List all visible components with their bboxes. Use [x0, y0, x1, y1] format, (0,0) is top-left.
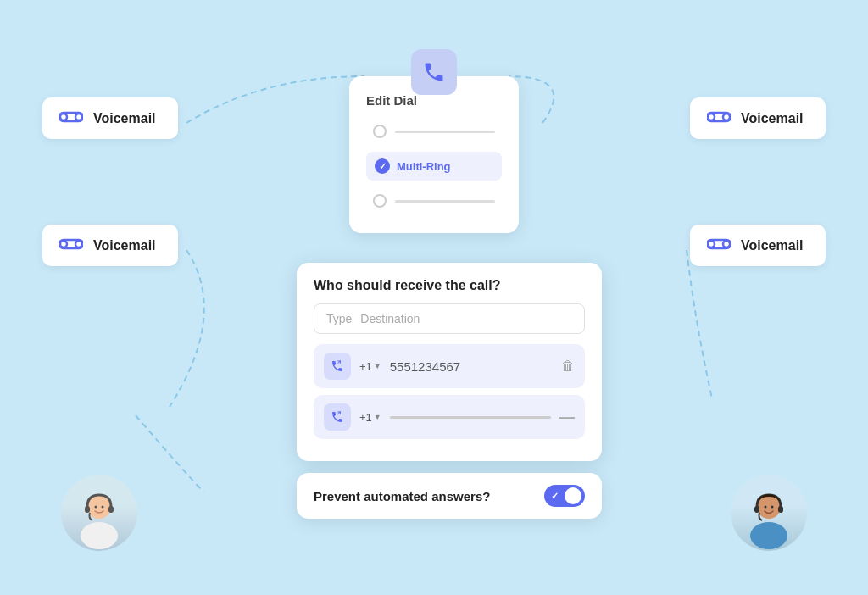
svg-rect-20 — [754, 506, 760, 513]
incoming-call-icon-2 — [324, 403, 351, 431]
svg-rect-15 — [108, 506, 114, 513]
voicemail-label-4: Voicemail — [741, 238, 804, 253]
check-icon — [375, 158, 390, 174]
who-receives-title: Who should receive the call? — [314, 278, 585, 293]
svg-point-16 — [95, 506, 97, 509]
svg-point-22 — [765, 506, 767, 509]
radio-row-3[interactable] — [366, 189, 502, 213]
incoming-call-icon-1 — [324, 353, 351, 380]
svg-point-10 — [708, 241, 715, 247]
toggle-knob — [565, 487, 581, 504]
type-label: Type — [326, 312, 352, 325]
avatar-left — [61, 475, 137, 551]
phone-entry-2: +1 ▼ — — [314, 395, 585, 439]
phone-icon-top — [411, 49, 457, 95]
who-receives-card: Who should receive the call? Type Destin… — [297, 263, 602, 461]
type-destination-input[interactable]: Type Destination — [314, 303, 585, 334]
destination-label: Destination — [360, 312, 420, 325]
svg-point-8 — [723, 114, 730, 120]
svg-point-19 — [750, 522, 787, 549]
voicemail-box-top-right: Voicemail — [690, 97, 826, 139]
voicemail-icon-2 — [59, 236, 83, 254]
svg-point-5 — [75, 241, 82, 247]
voicemail-label-3: Voicemail — [741, 111, 804, 126]
avatar-right — [731, 475, 807, 551]
radio-line-1 — [395, 131, 495, 133]
trash-icon-1[interactable]: 🗑 — [561, 359, 575, 374]
multi-ring-label: Multi-Ring — [397, 160, 451, 173]
svg-point-4 — [60, 241, 67, 247]
toggle-prevent-automated[interactable] — [544, 485, 585, 507]
prevent-card: Prevent automated answers? — [297, 473, 602, 519]
svg-point-23 — [771, 506, 774, 509]
phone-entry-1: +1 ▼ 5551234567 🗑 — [314, 344, 585, 388]
radio-option-1[interactable] — [373, 125, 387, 138]
multi-ring-row[interactable]: Multi-Ring — [366, 152, 502, 181]
voicemail-icon-1 — [59, 109, 83, 127]
prevent-label: Prevent automated answers? — [314, 489, 490, 503]
voicemail-label-1: Voicemail — [93, 111, 156, 126]
chevron-down-icon-1: ▼ — [374, 362, 381, 370]
voicemail-icon-4 — [707, 236, 731, 254]
radio-line-3 — [395, 200, 495, 203]
svg-point-11 — [723, 241, 730, 247]
voicemail-icon-3 — [707, 109, 731, 127]
edit-dial-title: Edit Dial — [366, 93, 502, 108]
svg-point-13 — [81, 522, 118, 549]
svg-rect-14 — [85, 506, 90, 513]
radio-row-1[interactable] — [366, 120, 502, 143]
svg-rect-21 — [778, 506, 783, 513]
svg-point-7 — [708, 114, 715, 120]
chevron-down-icon-2: ▼ — [374, 413, 381, 421]
phone-placeholder-2 — [390, 416, 551, 419]
country-code-1[interactable]: +1 ▼ — [359, 360, 381, 373]
radio-option-3[interactable] — [373, 194, 387, 208]
svg-point-17 — [102, 506, 104, 509]
svg-point-2 — [75, 114, 82, 120]
voicemail-box-mid-right: Voicemail — [690, 225, 826, 266]
voicemail-box-top-left: Voicemail — [42, 97, 178, 139]
voicemail-label-2: Voicemail — [93, 238, 156, 253]
svg-point-1 — [60, 114, 67, 120]
edit-dial-card: Edit Dial Multi-Ring — [349, 76, 519, 233]
phone-number-1: 5551234567 — [390, 359, 553, 374]
minus-icon-2[interactable]: — — [559, 409, 575, 426]
voicemail-box-mid-left: Voicemail — [42, 225, 178, 266]
country-code-2[interactable]: +1 ▼ — [359, 411, 381, 424]
